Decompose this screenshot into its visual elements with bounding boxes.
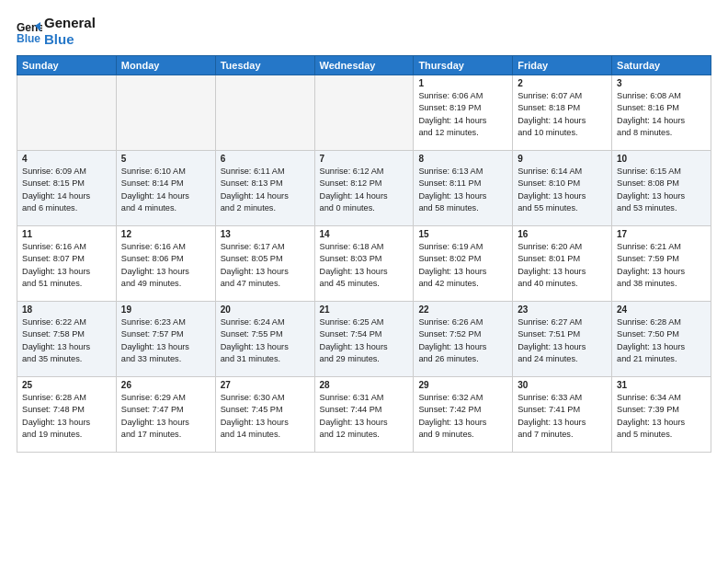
day-number: 14 [320,229,409,239]
calendar-table: SundayMondayTuesdayWednesdayThursdayFrid… [17,55,711,453]
calendar-cell: 31Sunrise: 6:34 AM Sunset: 7:39 PM Dayli… [612,377,711,453]
weekday-header-row: SundayMondayTuesdayWednesdayThursdayFrid… [17,56,711,75]
calendar-cell: 23Sunrise: 6:27 AM Sunset: 7:51 PM Dayli… [513,302,612,377]
day-number: 28 [320,380,409,390]
day-number: 4 [22,154,111,164]
calendar-cell: 28Sunrise: 6:31 AM Sunset: 7:44 PM Dayli… [314,377,414,453]
week-row-5: 25Sunrise: 6:28 AM Sunset: 7:48 PM Dayli… [17,377,711,453]
calendar-cell: 13Sunrise: 6:17 AM Sunset: 8:05 PM Dayli… [215,226,314,302]
calendar-cell: 4Sunrise: 6:09 AM Sunset: 8:15 PM Daylig… [17,151,117,226]
day-number: 30 [518,380,607,390]
day-info: Sunrise: 6:06 AM Sunset: 8:19 PM Dayligh… [418,90,507,139]
calendar-cell: 3Sunrise: 6:08 AM Sunset: 8:16 PM Daylig… [612,75,711,151]
logo: General Blue General Blue [17,15,96,48]
day-info: Sunrise: 6:28 AM Sunset: 7:48 PM Dayligh… [22,392,111,441]
day-number: 24 [617,304,706,315]
calendar-cell: 24Sunrise: 6:28 AM Sunset: 7:50 PM Dayli… [612,302,711,377]
day-info: Sunrise: 6:14 AM Sunset: 8:10 PM Dayligh… [518,166,607,214]
calendar-cell: 7Sunrise: 6:12 AM Sunset: 8:12 PM Daylig… [314,151,414,226]
weekday-header-friday: Friday [513,56,612,75]
weekday-header-tuesday: Tuesday [215,56,314,75]
day-number: 20 [221,304,310,315]
week-row-2: 4Sunrise: 6:09 AM Sunset: 8:15 PM Daylig… [17,151,711,226]
day-number: 9 [518,154,607,164]
day-info: Sunrise: 6:15 AM Sunset: 8:08 PM Dayligh… [617,166,706,214]
calendar-cell: 16Sunrise: 6:20 AM Sunset: 8:01 PM Dayli… [513,226,612,302]
calendar-cell [17,75,117,151]
week-row-1: 1Sunrise: 6:06 AM Sunset: 8:19 PM Daylig… [17,75,711,151]
page: General Blue General Blue SundayMondayTu… [0,0,728,563]
calendar-cell: 9Sunrise: 6:14 AM Sunset: 8:10 PM Daylig… [513,151,612,226]
calendar-cell: 17Sunrise: 6:21 AM Sunset: 7:59 PM Dayli… [612,226,711,302]
day-info: Sunrise: 6:13 AM Sunset: 8:11 PM Dayligh… [418,166,507,214]
day-number: 6 [221,154,310,164]
day-number: 10 [617,154,706,164]
day-info: Sunrise: 6:26 AM Sunset: 7:52 PM Dayligh… [418,316,507,365]
header: General Blue General Blue [17,15,711,48]
logo-icon: General Blue [17,18,42,44]
week-row-3: 11Sunrise: 6:16 AM Sunset: 8:07 PM Dayli… [17,226,711,302]
calendar-cell: 29Sunrise: 6:32 AM Sunset: 7:42 PM Dayli… [414,377,513,453]
day-info: Sunrise: 6:17 AM Sunset: 8:05 PM Dayligh… [221,241,310,290]
day-info: Sunrise: 6:34 AM Sunset: 7:39 PM Dayligh… [617,392,706,441]
logo-text-general: General [44,15,96,31]
calendar-cell: 12Sunrise: 6:16 AM Sunset: 8:06 PM Dayli… [116,226,215,302]
calendar-cell: 25Sunrise: 6:28 AM Sunset: 7:48 PM Dayli… [17,377,117,453]
day-number: 25 [22,380,111,390]
weekday-header-wednesday: Wednesday [314,56,414,75]
day-number: 19 [121,304,210,315]
calendar-cell [215,75,314,151]
day-info: Sunrise: 6:07 AM Sunset: 8:18 PM Dayligh… [518,90,607,139]
day-info: Sunrise: 6:28 AM Sunset: 7:50 PM Dayligh… [617,316,706,365]
day-number: 16 [518,229,607,239]
day-number: 29 [418,380,507,390]
calendar-cell: 18Sunrise: 6:22 AM Sunset: 7:58 PM Dayli… [17,302,117,377]
day-number: 15 [418,229,507,239]
calendar-cell [314,75,414,151]
day-info: Sunrise: 6:30 AM Sunset: 7:45 PM Dayligh… [221,392,310,441]
logo-text-blue: Blue [44,31,96,48]
weekday-header-thursday: Thursday [414,56,513,75]
day-info: Sunrise: 6:31 AM Sunset: 7:44 PM Dayligh… [320,392,409,441]
day-number: 17 [617,229,706,239]
weekday-header-monday: Monday [116,56,215,75]
day-number: 23 [518,304,607,315]
calendar-cell: 19Sunrise: 6:23 AM Sunset: 7:57 PM Dayli… [116,302,215,377]
day-number: 21 [320,304,409,315]
day-number: 7 [320,154,409,164]
day-info: Sunrise: 6:20 AM Sunset: 8:01 PM Dayligh… [518,241,607,290]
day-number: 12 [121,229,210,239]
calendar-cell: 6Sunrise: 6:11 AM Sunset: 8:13 PM Daylig… [215,151,314,226]
calendar-cell [116,75,215,151]
day-info: Sunrise: 6:29 AM Sunset: 7:47 PM Dayligh… [121,392,210,441]
day-number: 5 [121,154,210,164]
day-number: 27 [221,380,310,390]
day-number: 18 [22,304,111,315]
day-number: 8 [418,154,507,164]
day-number: 1 [418,78,507,88]
calendar-cell: 22Sunrise: 6:26 AM Sunset: 7:52 PM Dayli… [414,302,513,377]
day-info: Sunrise: 6:23 AM Sunset: 7:57 PM Dayligh… [121,316,210,365]
calendar-cell: 5Sunrise: 6:10 AM Sunset: 8:14 PM Daylig… [116,151,215,226]
calendar-cell: 14Sunrise: 6:18 AM Sunset: 8:03 PM Dayli… [314,226,414,302]
day-info: Sunrise: 6:25 AM Sunset: 7:54 PM Dayligh… [320,316,409,365]
calendar-cell: 8Sunrise: 6:13 AM Sunset: 8:11 PM Daylig… [414,151,513,226]
day-number: 11 [22,229,111,239]
day-info: Sunrise: 6:21 AM Sunset: 7:59 PM Dayligh… [617,241,706,290]
calendar-cell: 2Sunrise: 6:07 AM Sunset: 8:18 PM Daylig… [513,75,612,151]
calendar-cell: 26Sunrise: 6:29 AM Sunset: 7:47 PM Dayli… [116,377,215,453]
calendar-cell: 27Sunrise: 6:30 AM Sunset: 7:45 PM Dayli… [215,377,314,453]
calendar-cell: 10Sunrise: 6:15 AM Sunset: 8:08 PM Dayli… [612,151,711,226]
day-info: Sunrise: 6:09 AM Sunset: 8:15 PM Dayligh… [22,166,111,214]
day-info: Sunrise: 6:08 AM Sunset: 8:16 PM Dayligh… [617,90,706,139]
day-info: Sunrise: 6:27 AM Sunset: 7:51 PM Dayligh… [518,316,607,365]
day-number: 13 [221,229,310,239]
day-info: Sunrise: 6:16 AM Sunset: 8:07 PM Dayligh… [22,241,111,290]
day-number: 31 [617,380,706,390]
day-info: Sunrise: 6:16 AM Sunset: 8:06 PM Dayligh… [121,241,210,290]
week-row-4: 18Sunrise: 6:22 AM Sunset: 7:58 PM Dayli… [17,302,711,377]
svg-text:Blue: Blue [17,32,40,44]
day-info: Sunrise: 6:10 AM Sunset: 8:14 PM Dayligh… [121,166,210,214]
day-info: Sunrise: 6:32 AM Sunset: 7:42 PM Dayligh… [418,392,507,441]
calendar-cell: 30Sunrise: 6:33 AM Sunset: 7:41 PM Dayli… [513,377,612,453]
